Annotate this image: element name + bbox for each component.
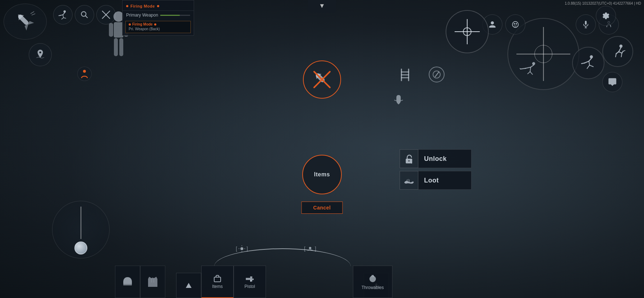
- svg-line-16: [86, 16, 88, 18]
- pri-weapon-back-label: Pri. Weapon (Back): [129, 26, 188, 32]
- throwables-icon: [368, 274, 378, 284]
- hand-icon: [392, 94, 405, 108]
- mic-icon-btn[interactable]: [576, 14, 596, 35]
- joystick-outer[interactable]: [52, 201, 110, 258]
- top-left-panel: [4, 4, 116, 43]
- bracket-left-1: [: [236, 246, 237, 252]
- svg-rect-21: [109, 23, 113, 37]
- svg-rect-23: [114, 38, 118, 56]
- svg-rect-24: [119, 38, 123, 56]
- bracket-right-2: ]: [315, 246, 316, 252]
- vest-slot[interactable]: [140, 266, 165, 298]
- unlock-button[interactable]: Unlock: [400, 149, 472, 168]
- running-shooter-btn[interactable]: [572, 47, 604, 79]
- character-slots: [115, 266, 165, 298]
- scope-circle-btn[interactable]: [446, 10, 489, 53]
- weapon-arc: [214, 248, 351, 266]
- items-tab[interactable]: Items: [201, 266, 234, 298]
- loot-button[interactable]: Loot: [400, 171, 472, 190]
- primary-weapon-label: Primary Weapon: [126, 13, 158, 18]
- unlock-label: Unlock: [418, 149, 472, 168]
- svg-rect-43: [250, 280, 252, 282]
- svg-point-1: [514, 23, 515, 24]
- svg-marker-41: [186, 283, 192, 288]
- rocket-area: [4, 4, 50, 43]
- primary-weapon-row: Primary Weapon: [123, 11, 194, 19]
- joystick-line: [80, 207, 81, 239]
- svg-point-7: [619, 45, 622, 48]
- firing-mode-sub-panel: Firing Mode Pri. Weapon (Back): [125, 21, 191, 33]
- items-tab-icon: [213, 274, 222, 283]
- chat-icon-btn[interactable]: [602, 72, 622, 92]
- svg-rect-42: [214, 277, 221, 282]
- throwables-label: Throwables: [362, 285, 384, 290]
- svg-point-39: [240, 247, 243, 250]
- search-icon-btn[interactable]: [75, 5, 94, 24]
- firing-mode-label: Firing Mode: [130, 4, 155, 8]
- action-buttons-panel: Unlock Loot: [400, 149, 472, 190]
- items-tab-label: Items: [212, 284, 222, 289]
- svg-point-9: [590, 55, 593, 59]
- pistol-tab-label: Pistol: [244, 284, 255, 289]
- items-center-button[interactable]: Items: [302, 155, 342, 194]
- cancel-button[interactable]: Cancel: [302, 202, 343, 214]
- primary-weapon-bar: [160, 15, 190, 16]
- smiley-icon-btn[interactable]: [505, 14, 525, 35]
- svg-line-12: [31, 12, 34, 14]
- firing-mode-indicator: [126, 5, 128, 7]
- unlock-icon: [400, 149, 418, 168]
- sub-indicator: [129, 23, 131, 26]
- sub-indicator2: [154, 23, 156, 26]
- ladder-icon: [398, 68, 412, 83]
- arc-weapon-left: [ ]: [236, 245, 248, 252]
- no-ammo-icon: [429, 67, 445, 82]
- firing-mode-indicator2: [157, 5, 159, 7]
- svg-point-36: [408, 160, 410, 162]
- rocket-icon-btn[interactable]: [4, 4, 47, 40]
- loot-icon: [400, 171, 418, 190]
- pistol-tab-icon: [245, 275, 254, 283]
- weapon-up-arrow-left[interactable]: [176, 273, 201, 298]
- svg-point-40: [309, 247, 312, 249]
- svg-line-13: [32, 14, 35, 15]
- chevron-button[interactable]: ▼: [308, 0, 336, 13]
- svg-rect-3: [585, 21, 587, 25]
- svg-rect-38: [123, 284, 132, 285]
- items-center-label: Items: [314, 171, 330, 178]
- top-center: ▼: [308, 0, 336, 13]
- ui-layer: 1.0.88(15) 10132027(UTC+0) 4142277664 | …: [0, 0, 644, 298]
- loot-label: Loot: [418, 171, 472, 190]
- sub-label: Firing Mode: [132, 22, 153, 26]
- weapon-no-ammo-icon: [303, 60, 341, 99]
- svg-point-8: [532, 62, 535, 65]
- run-icon-btn[interactable]: [53, 5, 73, 24]
- bottom-bar: [ ] [ ]: [0, 251, 644, 298]
- svg-point-37: [83, 70, 86, 73]
- map-icon-btn[interactable]: [29, 43, 52, 66]
- bracket-right-1: ]: [247, 246, 248, 252]
- player-indicator: [77, 67, 92, 81]
- svg-point-2: [516, 23, 517, 24]
- pistol-tab[interactable]: Pistol: [234, 266, 266, 298]
- arc-weapon-right: [ ]: [304, 245, 316, 252]
- bracket-left-2: [: [304, 246, 305, 252]
- throwables-tab[interactable]: Throwables: [353, 266, 392, 298]
- joystick-container[interactable]: [52, 201, 110, 258]
- svg-point-0: [512, 22, 519, 28]
- firing-mode-panel: Firing Mode Primary Weapon Firing Mode P…: [122, 0, 194, 36]
- settings-icon-btn[interactable]: [596, 6, 616, 26]
- helmet-slot[interactable]: [115, 266, 140, 298]
- svg-point-15: [81, 12, 86, 16]
